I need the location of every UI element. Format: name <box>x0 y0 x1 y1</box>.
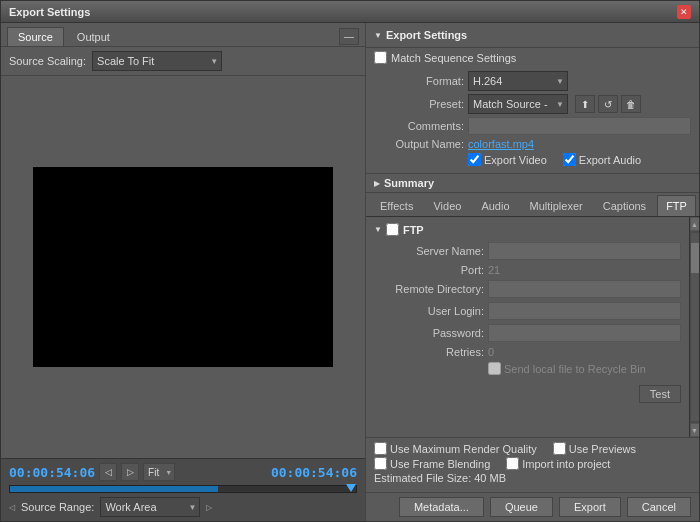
remote-dir-input[interactable] <box>488 280 681 298</box>
ftp-collapse-arrow[interactable]: ▼ <box>374 225 382 234</box>
password-label: Password: <box>374 327 484 339</box>
preset-save-button[interactable]: ⬆ <box>575 95 595 113</box>
progress-bar[interactable] <box>9 485 357 493</box>
progress-fill <box>10 486 218 492</box>
import-project-checkbox[interactable] <box>506 457 519 470</box>
test-button[interactable]: Test <box>639 385 681 403</box>
send-recycle-label: Send local file to Recycle Bin <box>488 362 646 375</box>
server-name-input[interactable] <box>488 242 681 260</box>
server-name-label: Server Name: <box>374 245 484 257</box>
scrollbar-track[interactable] <box>691 233 699 421</box>
match-sequence-checkbox[interactable] <box>374 51 387 64</box>
collapse-arrow[interactable]: ▼ <box>374 31 382 40</box>
retries-value: 0 <box>488 346 494 358</box>
export-options-row: Export Video Export Audio <box>374 153 691 166</box>
tab-multiplexer[interactable]: Multiplexer <box>521 195 592 216</box>
scrollbar-thumb[interactable] <box>691 243 699 273</box>
tab-effects[interactable]: Effects <box>371 195 422 216</box>
export-audio-checkbox[interactable] <box>563 153 576 166</box>
source-range-row: ◁ Source Range: Work Area ▷ <box>9 497 357 517</box>
tab-video[interactable]: Video <box>424 195 470 216</box>
use-previews-label: Use Previews <box>553 442 636 455</box>
source-scaling-select[interactable]: Scale To Fit <box>92 51 222 71</box>
range-out-arrow: ▷ <box>206 503 212 512</box>
max-render-quality-checkbox[interactable] <box>374 442 387 455</box>
options-row-2: Use Frame Blending Import into project <box>374 457 691 470</box>
comments-row: Comments: <box>374 117 691 135</box>
format-row: Format: H.264 <box>374 71 691 91</box>
queue-button[interactable]: Queue <box>490 497 553 517</box>
export-settings-window: Export Settings ✕ Source Output — Source… <box>0 0 700 522</box>
frame-blending-checkbox[interactable] <box>374 457 387 470</box>
close-button[interactable]: ✕ <box>677 5 691 19</box>
cancel-button[interactable]: Cancel <box>627 497 691 517</box>
comments-input[interactable] <box>468 117 691 135</box>
retries-row: Retries: 0 <box>374 346 681 358</box>
tab-output[interactable]: Output <box>66 27 121 46</box>
fit-select[interactable]: Fit <box>143 463 175 481</box>
timeline-area: 00:00:54:06 ◁ ▷ Fit 00:00:54:06 <box>1 458 365 521</box>
password-input[interactable] <box>488 324 681 342</box>
port-row: Port: 21 <box>374 264 681 276</box>
summary-label: Summary <box>384 177 434 189</box>
summary-arrow[interactable]: ▶ <box>374 179 380 188</box>
tab-audio[interactable]: Audio <box>472 195 518 216</box>
export-settings-header: ▼ Export Settings <box>366 23 699 48</box>
user-login-row: User Login: <box>374 302 681 320</box>
file-size-text: Estimated File Size: 40 MB <box>374 472 506 484</box>
right-scrollbar: ▲ ▼ <box>689 217 699 437</box>
preview-black <box>33 167 333 367</box>
title-bar: Export Settings ✕ <box>1 1 699 23</box>
left-panel: Source Output — Source Scaling: Scale To… <box>1 23 366 521</box>
server-name-row: Server Name: <box>374 242 681 260</box>
summary-row: ▶ Summary <box>366 174 699 193</box>
send-recycle-row: Send local file to Recycle Bin <box>374 362 681 375</box>
ftp-enable-checkbox[interactable] <box>386 223 399 236</box>
output-name-link[interactable]: colorfast.mp4 <box>468 138 534 150</box>
import-project-label: Import into project <box>506 457 610 470</box>
max-render-quality-label: Use Maximum Render Quality <box>374 442 537 455</box>
timeline-controls: 00:00:54:06 ◁ ▷ Fit 00:00:54:06 <box>9 463 357 481</box>
send-recycle-checkbox[interactable] <box>488 362 501 375</box>
match-sequence-row: Match Sequence Settings <box>366 48 699 67</box>
export-settings-title: Export Settings <box>386 29 467 41</box>
preset-delete-button[interactable]: 🗑 <box>621 95 641 113</box>
fit-select-wrapper: Fit <box>143 463 175 481</box>
user-login-input[interactable] <box>488 302 681 320</box>
tab-source[interactable]: Source <box>7 27 64 46</box>
output-name-row: Output Name: colorfast.mp4 <box>374 138 691 150</box>
metadata-button[interactable]: Metadata... <box>399 497 484 517</box>
source-scaling-row: Source Scaling: Scale To Fit <box>1 47 365 76</box>
file-size-row: Estimated File Size: 40 MB <box>374 472 691 484</box>
source-scaling-label: Source Scaling: <box>9 55 86 67</box>
ftp-header: ▼ FTP <box>374 223 681 236</box>
output-name-label: Output Name: <box>374 138 464 150</box>
left-tabs-row: Source Output — <box>1 23 365 47</box>
settings-grid: Format: H.264 Preset: Match Source - Hi.… <box>366 67 699 174</box>
tab-menu-button[interactable]: — <box>339 28 359 45</box>
preset-select[interactable]: Match Source - Hi... <box>468 94 568 114</box>
scrollbar-up-button[interactable]: ▲ <box>690 217 700 231</box>
source-range-select[interactable]: Work Area <box>100 497 200 517</box>
port-label: Port: <box>374 264 484 276</box>
preset-revert-button[interactable]: ↺ <box>598 95 618 113</box>
export-button[interactable]: Export <box>559 497 621 517</box>
use-previews-checkbox[interactable] <box>553 442 566 455</box>
tab-captions[interactable]: Captions <box>594 195 655 216</box>
format-select[interactable]: H.264 <box>468 71 568 91</box>
remote-dir-row: Remote Directory: <box>374 280 681 298</box>
tab-ftp[interactable]: FTP <box>657 195 696 216</box>
retries-label: Retries: <box>374 346 484 358</box>
port-value: 21 <box>488 264 500 276</box>
action-buttons: Metadata... Queue Export Cancel <box>366 492 699 521</box>
trim-out-button[interactable]: ▷ <box>121 463 139 481</box>
preset-label: Preset: <box>374 98 464 110</box>
right-tabs: Effects Video Audio Multiplexer Captions… <box>366 193 699 217</box>
export-audio-label: Export Audio <box>563 153 641 166</box>
frame-blending-label: Use Frame Blending <box>374 457 490 470</box>
export-video-label: Export Video <box>468 153 547 166</box>
scrollbar-down-button[interactable]: ▼ <box>690 423 700 437</box>
trim-in-button[interactable]: ◁ <box>99 463 117 481</box>
export-video-checkbox[interactable] <box>468 153 481 166</box>
password-row: Password: <box>374 324 681 342</box>
